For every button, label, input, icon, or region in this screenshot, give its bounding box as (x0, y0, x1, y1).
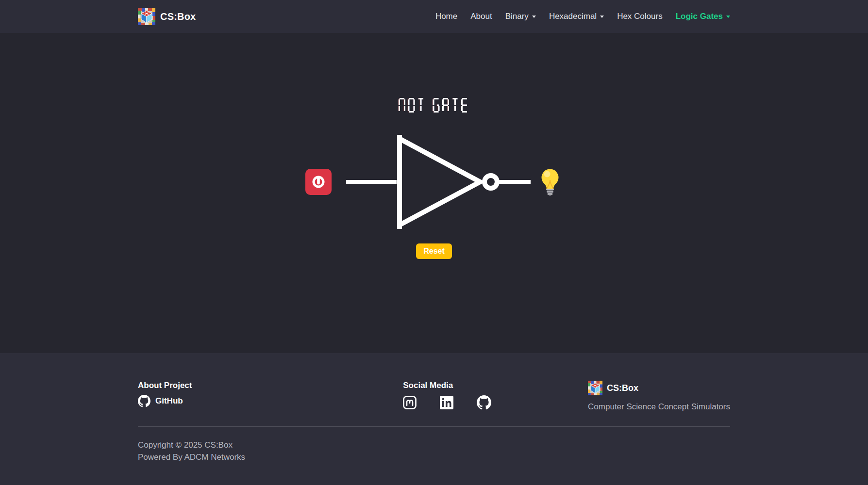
nav-item-binary[interactable]: Binary (505, 12, 536, 21)
gate-title (398, 97, 470, 113)
copyright-line: Copyright © 2025 CS:Box (138, 439, 730, 452)
linkedin-icon (440, 396, 453, 409)
not-gate-diagram (305, 131, 563, 233)
footer-about-column: About Project GitHub (138, 381, 192, 407)
chevron-down-icon (532, 16, 536, 18)
mastodon-icon (403, 396, 417, 409)
github-social-link[interactable] (477, 395, 491, 410)
not-gate-symbol (346, 131, 531, 233)
github-icon (477, 395, 491, 410)
reset-row: Reset (416, 243, 452, 259)
footer-brand-name: CS:Box (607, 383, 638, 393)
navbar: CS:Box Home About Binary Hexadecimal Hex… (0, 0, 868, 33)
about-project-heading: About Project (138, 381, 192, 390)
social-media-heading: Social Media (403, 381, 491, 390)
footer-brand-column: CS:Box Computer Science Concept Simulato… (588, 381, 730, 412)
nav-item-logic-gates[interactable]: Logic Gates (676, 12, 730, 21)
power-off-icon (311, 175, 326, 189)
linkedin-link[interactable] (440, 396, 453, 409)
footer-tagline: Computer Science Concept Simulators (588, 402, 730, 412)
github-project-link[interactable]: GitHub (138, 395, 192, 407)
csbox-logo-icon (138, 8, 155, 25)
footer-divider (138, 426, 730, 427)
reset-button[interactable]: Reset (416, 243, 452, 259)
csbox-logo-icon (588, 381, 602, 395)
github-icon (138, 395, 150, 407)
chevron-down-icon (726, 16, 730, 18)
footer: About Project GitHub Social Media (0, 353, 868, 485)
nav-item-hexadecimal[interactable]: Hexadecimal (549, 12, 604, 21)
footer-social-column: Social Media (403, 381, 491, 410)
brand-name: CS:Box (160, 11, 196, 22)
simulator-area: Reset (0, 33, 868, 353)
nav-item-hex-colours[interactable]: Hex Colours (617, 12, 663, 21)
mastodon-link[interactable] (403, 396, 417, 409)
lightbulb-on-icon (537, 167, 563, 196)
nav-item-home[interactable]: Home (435, 12, 457, 21)
input-toggle-button[interactable] (305, 169, 332, 195)
powered-by-line: Powered By ADCM Networks (138, 452, 730, 464)
chevron-down-icon (600, 16, 604, 18)
nav-item-about[interactable]: About (470, 12, 492, 21)
main-nav: Home About Binary Hexadecimal Hex Colour… (435, 12, 730, 21)
brand-link[interactable]: CS:Box (138, 8, 196, 25)
copyright-block: Copyright © 2025 CS:Box Powered By ADCM … (138, 439, 730, 463)
